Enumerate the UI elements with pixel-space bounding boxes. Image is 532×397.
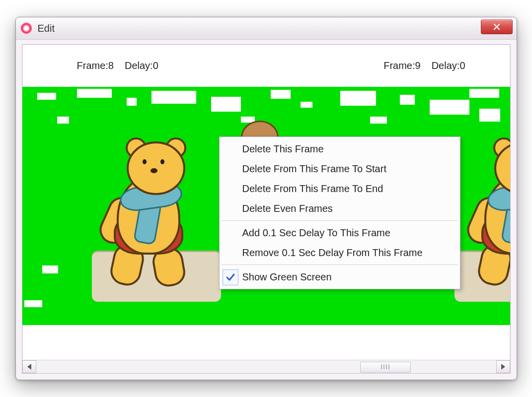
frame-label-right: Frame:9 [383, 60, 420, 71]
title-bar[interactable]: Edit [16, 17, 517, 40]
frame-image-right [455, 127, 510, 275]
frame-info-bar: Frame:8 Delay:0 Frame:9 Delay:0 [22, 45, 510, 87]
menu-delete-from-end[interactable]: Delete From This Frame To End [221, 179, 459, 198]
horizontal-scrollbar[interactable] [22, 360, 510, 373]
menu-remove-delay[interactable]: Remove 0.1 Sec Delay From This Frame [221, 243, 459, 263]
app-icon [20, 22, 33, 35]
chevron-right-icon [501, 364, 505, 370]
context-menu: Delete This Frame Delete From This Frame… [219, 136, 460, 289]
scroll-thumb[interactable] [360, 362, 411, 373]
menu-separator [222, 265, 458, 265]
frame-info-right: Frame:9 Delay:0 [383, 60, 465, 71]
menu-show-green-screen[interactable]: Show Green Screen [221, 267, 459, 287]
menu-delete-even-frames[interactable]: Delete Even Frames [221, 198, 459, 218]
frame-label-left: Frame:8 [77, 60, 114, 71]
scroll-track[interactable] [36, 361, 496, 373]
delay-label-right: Delay:0 [432, 60, 465, 71]
frame-image-left [87, 127, 206, 275]
window-title: Edit [38, 23, 55, 34]
menu-delete-this-frame[interactable]: Delete This Frame [221, 139, 459, 159]
menu-separator [222, 220, 458, 221]
scroll-left-button[interactable] [22, 360, 36, 373]
checkmark-icon [223, 269, 238, 285]
frame-info-left: Frame:8 Delay:0 [77, 60, 158, 71]
chevron-left-icon [27, 364, 31, 370]
menu-delete-from-start[interactable]: Delete From This Frame To Start [221, 159, 459, 179]
client-area: Frame:8 Delay:0 Frame:9 Delay:0 [22, 44, 511, 374]
scroll-right-button[interactable] [496, 360, 510, 373]
frame-preview-strip[interactable]: Delete This Frame Delete From This Frame… [22, 87, 510, 325]
close-button[interactable] [481, 19, 513, 34]
menu-add-delay[interactable]: Add 0.1 Sec Delay To This Frame [221, 223, 459, 243]
delay-label-left: Delay:0 [125, 60, 158, 71]
edit-window: Edit Frame:8 Delay:0 Frame:9 Delay:0 [15, 17, 517, 380]
